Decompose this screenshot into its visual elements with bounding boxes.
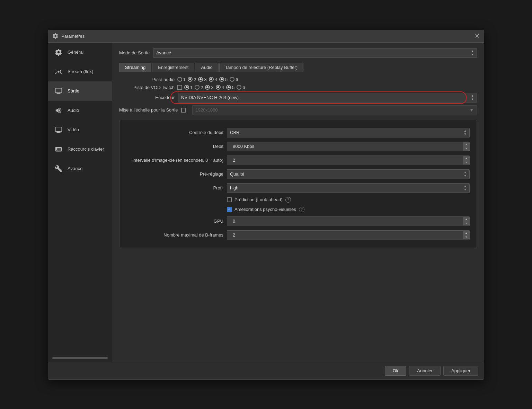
gear-icon <box>54 47 63 57</box>
ameliorations-row: Améliorations psycho-visuelles ? <box>119 205 477 214</box>
piste-audio-group: 1 2 3 4 5 <box>177 77 238 82</box>
profil-select[interactable]: high ▲▼ <box>227 183 470 193</box>
bframes-up[interactable]: ▲ <box>463 231 469 235</box>
piste-audio-1[interactable]: 1 <box>177 77 186 82</box>
mode-sortie-label: Mode de Sortie <box>119 50 150 55</box>
radio-audio-6[interactable] <box>230 77 234 82</box>
video-icon <box>54 125 63 135</box>
prediction-help-icon[interactable]: ? <box>285 197 291 203</box>
bframes-input[interactable]: 2 ▲ ▼ <box>227 230 470 240</box>
piste-vod-4[interactable]: 4 <box>216 85 224 90</box>
echelle-row: Mise à l'échelle pour la Sortie 1920x108… <box>119 105 477 115</box>
prereglage-select[interactable]: Qualité ▲▼ <box>227 169 470 179</box>
echelle-select[interactable]: 1920x1080 ▼ <box>192 105 477 115</box>
sidebar-item-audio[interactable]: Audio <box>48 101 112 120</box>
piste-vod-group: 1 2 3 4 5 <box>177 85 245 90</box>
footer: Ok Annuler Appliquer <box>48 362 484 379</box>
annuler-button[interactable]: Annuler <box>409 366 441 376</box>
svg-rect-1 <box>55 88 62 92</box>
mode-sortie-arrows: ▲▼ <box>471 50 474 56</box>
svg-rect-4 <box>55 127 62 131</box>
piste-audio-4[interactable]: 4 <box>209 77 217 82</box>
setting-keyframe-row: Intervalle d'image-clé (en secondes, 0 =… <box>119 153 477 167</box>
piste-vod-6[interactable]: 6 <box>237 85 245 90</box>
radio-audio-3[interactable] <box>198 77 203 82</box>
debit-control-arrows: ▲▼ <box>464 129 467 136</box>
tab-audio[interactable]: Audio <box>195 63 218 72</box>
keyframe-down[interactable]: ▼ <box>463 160 469 165</box>
sidebar: Général Stream (flux) <box>48 43 112 362</box>
encodeur-label: Encodeur <box>119 95 175 100</box>
tab-streaming[interactable]: Streaming <box>119 63 151 72</box>
radio-vod-1[interactable] <box>184 85 189 90</box>
sidebar-item-general[interactable]: Général <box>48 43 112 62</box>
radio-audio-2[interactable] <box>188 77 193 82</box>
close-button[interactable]: ✕ <box>475 33 480 39</box>
bframes-label: Nombre maximal de B-frames <box>126 232 223 238</box>
keyframe-input[interactable]: 2 ▲ ▼ <box>227 155 470 165</box>
piste-audio-label: Piste audio <box>119 77 175 82</box>
ok-button[interactable]: Ok <box>385 366 407 376</box>
radio-audio-5[interactable] <box>219 77 224 82</box>
stream-icon <box>54 67 63 77</box>
tab-replay[interactable]: Tampon de relecture (Replay Buffer) <box>219 63 303 72</box>
debit-down[interactable]: ▼ <box>463 146 469 151</box>
setting-debit-control-row: Contrôle du débit CBR ▲▼ <box>119 126 477 140</box>
radio-audio-1[interactable] <box>177 77 182 82</box>
sidebar-item-raccourcis[interactable]: Raccourcis clavier <box>48 140 112 159</box>
appliquer-button[interactable]: Appliquer <box>443 366 478 376</box>
piste-vod-row: Piste de VOD Twitch 1 2 3 <box>119 85 477 90</box>
titlebar: Paramètres ✕ <box>48 30 484 43</box>
radio-vod-5[interactable] <box>226 85 231 90</box>
gpu-input[interactable]: 0 ▲ ▼ <box>227 216 470 226</box>
sidebar-item-avance[interactable]: Avancé <box>48 159 112 178</box>
gpu-down[interactable]: ▼ <box>463 221 469 225</box>
checkbox-vod[interactable] <box>177 85 182 90</box>
bframes-down[interactable]: ▼ <box>463 235 469 239</box>
piste-audio-5[interactable]: 5 <box>219 77 228 82</box>
sidebar-label-sortie: Sortie <box>68 88 79 94</box>
sidebar-label-raccourcis: Raccourcis clavier <box>68 146 104 152</box>
radio-audio-4[interactable] <box>209 77 214 82</box>
gpu-up[interactable]: ▲ <box>463 217 469 221</box>
sidebar-label-avance: Avancé <box>68 166 82 171</box>
radio-vod-3[interactable] <box>205 85 210 90</box>
checkbox-echelle[interactable] <box>181 108 186 113</box>
radio-vod-6[interactable] <box>237 85 241 90</box>
piste-audio-row: Piste audio 1 2 3 <box>119 77 477 82</box>
piste-vod-5[interactable]: 5 <box>226 85 234 90</box>
radio-vod-2[interactable] <box>195 85 200 90</box>
piste-vod-1[interactable]: 1 <box>184 85 193 90</box>
radio-vod-4[interactable] <box>216 85 221 90</box>
piste-vod-3[interactable]: 3 <box>205 85 213 90</box>
prereglage-arrows: ▲▼ <box>464 171 467 177</box>
checkbox-ameliorations[interactable] <box>227 207 232 212</box>
setting-profil-row: Profil high ▲▼ <box>119 181 477 195</box>
piste-audio-6[interactable]: 6 <box>230 77 238 82</box>
encodeur-value: NVIDIA NVENC H.264 (new) <box>181 95 239 100</box>
debit-control-label: Contrôle du débit <box>126 130 223 135</box>
ameliorations-help-icon[interactable]: ? <box>299 207 304 212</box>
piste-audio-2[interactable]: 2 <box>188 77 196 82</box>
debit-control-select[interactable]: CBR ▲▼ <box>227 128 470 137</box>
debit-up[interactable]: ▲ <box>463 142 469 146</box>
sidebar-item-stream[interactable]: Stream (flux) <box>48 62 112 81</box>
sortie-icon <box>54 86 63 96</box>
sidebar-item-sortie[interactable]: Sortie <box>48 81 112 101</box>
ameliorations-label: Améliorations psycho-visuelles <box>234 207 296 212</box>
svg-rect-5 <box>57 131 60 132</box>
mode-sortie-value: Avancé <box>156 50 171 55</box>
piste-vod-cb[interactable] <box>177 85 182 90</box>
content-area: Général Stream (flux) <box>48 43 484 362</box>
checkbox-prediction[interactable] <box>227 197 232 202</box>
encodeur-select[interactable]: NVIDIA NVENC H.264 (new) ▲▼ <box>178 93 477 103</box>
keyframe-up[interactable]: ▲ <box>463 156 469 160</box>
svg-rect-3 <box>57 93 61 94</box>
mode-sortie-select[interactable]: Avancé ▲▼ <box>153 48 477 58</box>
tab-enregistrement[interactable]: Enregistrement <box>152 63 194 72</box>
piste-vod-2[interactable]: 2 <box>195 85 203 90</box>
sidebar-item-video[interactable]: Vidéo <box>48 120 112 140</box>
piste-audio-3[interactable]: 3 <box>198 77 206 82</box>
debit-input[interactable]: 8000 Kbps ▲ ▼ <box>227 142 470 151</box>
setting-prereglage-row: Pré-réglage Qualité ▲▼ <box>119 167 477 181</box>
